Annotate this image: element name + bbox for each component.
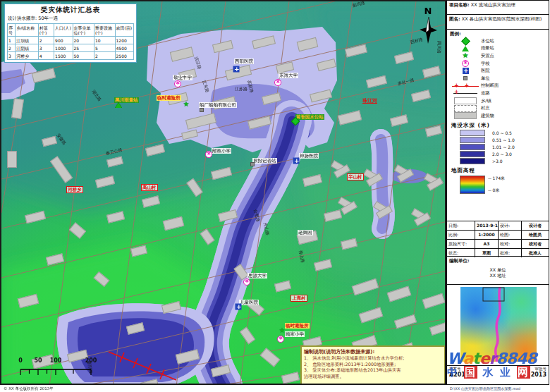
titleblock-label: 批准: — [499, 249, 522, 257]
table-cell: 2500 — [115, 52, 133, 60]
depth-range-label: 0.51 ~ 1.0 — [492, 137, 515, 142]
map-label-red: 上海村 — [291, 295, 307, 302]
table-header: 村落(个) — [38, 24, 54, 37]
compass-star-icon — [419, 16, 437, 44]
table-cell: 5 — [94, 44, 115, 52]
table-cell: 900 — [54, 37, 73, 44]
notes-line: 2、 危险区地形资料:2013年1:2000地形测量; — [304, 362, 442, 368]
file-path-text: D:\XX 山洪灾害治理\危险区范围水深图.mxd — [450, 386, 520, 391]
legend-item-label: 道路 — [481, 90, 490, 97]
titleblock-label: 设计: — [499, 221, 522, 230]
table-title: 受灾体统计汇总表 — [7, 6, 134, 15]
table-cell: 江阴镇 — [16, 44, 39, 52]
map-label-red: 半山村 — [347, 173, 364, 180]
table-row: 2江阴镇310002554500 — [8, 44, 134, 52]
map-name-row: 图名: XX 县山洪灾害危险区范围水深图(样图) — [447, 15, 549, 30]
legend-item-label: 建筑物 — [481, 113, 494, 119]
legend-item-label: 单位 — [481, 75, 490, 82]
archive-value: A2013 — [449, 372, 496, 378]
legend-section: 图例: 水位站雨量站★安置点学校医院单位控制断面道路乡/镇村庄建筑物 淹没水深 … — [447, 30, 549, 221]
map-label-red: 高山村 — [141, 184, 158, 191]
legend-item-unit: 单位 — [450, 75, 546, 82]
elevation-legend-title: 地面高程 — [451, 167, 546, 174]
producer-section: 编制单位: XX 单位XX 地址 — [447, 257, 549, 285]
table-cell: 1500 — [54, 52, 73, 60]
township-icon — [454, 97, 477, 104]
hospital-icon — [293, 158, 300, 164]
depth-swatch — [460, 158, 485, 165]
map-label-poi: 神扬医院 — [299, 153, 319, 159]
map-label-poi: 儿童医院 — [239, 300, 259, 305]
table-header: 乡/镇名称 — [16, 24, 39, 37]
approval-value: 2013 — [500, 372, 546, 378]
legend-item-label: 控制断面 — [481, 82, 499, 89]
shelter-point-icon: ★ — [183, 101, 190, 108]
copyright-text: © XX 单位版权所有 2013年 — [4, 386, 54, 391]
legend-item-township: 乡/镇 — [450, 97, 546, 105]
map-sheet-panel: 项目名称: XX 流域山洪灾害治理 图名: XX 县山洪灾害危险区范围水深图(样… — [446, 0, 549, 385]
producer-line: XX 地址 — [449, 273, 546, 278]
unit-icon — [250, 162, 255, 166]
depth-class-row: 1.01 ~ 2.0 — [460, 144, 546, 151]
overview-flood-trace — [460, 287, 537, 362]
table-cell: 河桥乡 — [16, 52, 39, 60]
elevation-gradient-bar — [460, 176, 485, 194]
depth-range-label: 2.0 ~ 3.0 — [492, 152, 512, 157]
depth-class-row: 0.51 ~ 1.0 — [460, 137, 546, 144]
depth-swatch — [460, 151, 485, 158]
depth-range-label: >3.0 — [492, 159, 503, 164]
table-cell: 1 — [8, 37, 16, 44]
legend-item-building: 建筑物 — [450, 112, 546, 120]
titleblock-row: 原始尺寸:A3校对:校对者 — [447, 240, 549, 249]
depth-class-list: 0.0 ~ 0.50.51 ~ 1.01.01 ~ 2.02.0 ~ 3.0>3… — [450, 130, 546, 165]
depth-class-row: >3.0 — [460, 158, 546, 165]
titleblock-row: 日期:2013-9-16设计:设计者 — [447, 221, 549, 231]
scale-bar: 050100200 — [20, 357, 97, 380]
scale-label: 0 — [18, 357, 23, 364]
table-cell: 江坝镇 — [16, 37, 39, 44]
legend-item-label: 乡/镇 — [481, 98, 491, 104]
north-label: N — [419, 6, 437, 16]
depth-swatch — [460, 130, 485, 137]
table-cell: 25 — [73, 44, 94, 52]
map-label-poi: 老舞园 — [298, 230, 313, 235]
hospital-icon — [233, 66, 240, 73]
table-cell: 10 — [94, 37, 115, 44]
notes-title: 编制说明(说明方法和数据来源): — [304, 348, 442, 355]
map-label-poi: 顾家小学 — [285, 331, 305, 337]
rain-station-icon — [462, 46, 469, 51]
school-icon — [274, 79, 281, 86]
overview-thumbnail-map — [460, 287, 537, 362]
notes-line: 1、 洪水信息:利用小流域暴雨计算结合水力学分析; — [304, 355, 442, 362]
titleblock-label: 状态: — [447, 249, 475, 257]
school-icon — [243, 278, 250, 286]
table-cell: 4 — [38, 52, 54, 60]
legend-item-village: 村庄 — [450, 104, 546, 112]
titleblock-value: 批准人 — [522, 249, 549, 257]
producer-lines: XX 单位XX 地址 — [449, 267, 546, 278]
archive-label: 档案号 — [449, 367, 496, 372]
extent-indicator-box — [483, 288, 504, 301]
shelter-point-icon: ★ — [279, 327, 286, 334]
table-header: 农田(亩) — [115, 24, 133, 37]
map-label-poi: 晨报记者站 — [252, 158, 277, 164]
project-label: 项目名称: — [449, 2, 470, 8]
legend-item-label: 雨量站 — [481, 45, 494, 51]
depth-class-row: 2.0 ~ 3.0 — [460, 151, 546, 158]
village-icon — [454, 105, 477, 112]
school-icon — [174, 80, 181, 87]
water-station-icon — [461, 37, 470, 46]
overview-map-section — [447, 285, 549, 366]
table-cell: 1000 — [54, 44, 73, 52]
legend-item-label: 学校 — [481, 61, 490, 67]
titleblock-value: 1:2000 — [475, 231, 499, 239]
legend-item-hospital: 医院 — [450, 67, 546, 75]
table-header: 序号 — [8, 24, 16, 37]
table-subtitle: 设计洪水频率: 50年一遇 — [8, 16, 134, 22]
map-label-road: 四川路 — [436, 41, 442, 54]
producer-line: XX 单位 — [449, 267, 546, 273]
table-header: 企事业单位(个) — [73, 24, 94, 37]
table-header: 人口(人) — [54, 24, 73, 37]
approval-number-cell: 审批号 2013 — [498, 366, 549, 384]
depth-range-label: 0.0 ~ 0.5 — [492, 130, 512, 135]
